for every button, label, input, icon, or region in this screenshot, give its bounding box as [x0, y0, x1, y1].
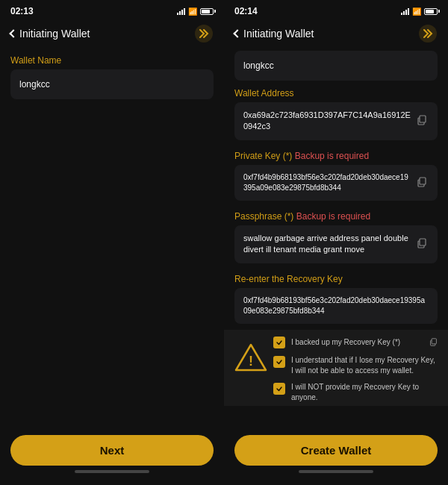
- status-time-1: 02:13: [10, 6, 34, 16]
- private-key-backup-note: Backup is required: [295, 151, 369, 161]
- wallet-name-label: Wallet Name: [10, 55, 214, 66]
- checkbox-item-1: I backed up my Recovery Key (*): [273, 336, 438, 349]
- private-key-value: 0xf7fd4b9b68193bf56e3c202fad20deb30daece…: [243, 172, 412, 193]
- back-button-1[interactable]: Initiating Wallet: [10, 28, 90, 40]
- nav-title-2: Initiating Wallet: [243, 28, 314, 40]
- checkbox-1[interactable]: [273, 337, 285, 348]
- passphrase-label: Passphrase (*) Backup is required: [234, 211, 438, 222]
- nav-bar-2: Initiating Wallet: [224, 19, 448, 48]
- checkbox-3-text: I will NOT provide my Recovery Key to an…: [291, 382, 438, 403]
- passphrase-box: swallow garbage arrive address panel dou…: [234, 225, 438, 263]
- recovery-key-value: 0xf7fd4b9b68193bf56e3c202fad20deb30daece…: [243, 295, 429, 316]
- create-wallet-button[interactable]: Create Wallet: [234, 435, 438, 466]
- wallet-name-value: longkcc: [19, 78, 205, 91]
- content-1: Wallet Name longkcc: [0, 48, 224, 428]
- checkbox-3[interactable]: [273, 383, 285, 395]
- passphrase-backup-note: Backup is required: [296, 211, 370, 222]
- svg-rect-7: [420, 239, 426, 245]
- checkbox-1-copy-icon[interactable]: [429, 336, 438, 349]
- status-bar-2: 02:14 📶: [224, 0, 448, 19]
- battery-icon-2: [424, 8, 438, 15]
- status-time-2: 02:14: [234, 6, 258, 16]
- warning-section: ! I backed up my Recovery Key (*): [224, 330, 448, 406]
- status-icons-1: 📶: [177, 7, 214, 16]
- wallet-address-label: Wallet Address: [234, 88, 438, 98]
- svg-rect-5: [420, 178, 426, 184]
- wallet-address-box: 0xa69a2c723fa6931D397AF7C14A9a16912E0942…: [234, 102, 438, 140]
- checkboxes-container: I backed up my Recovery Key (*): [273, 336, 438, 403]
- back-button-2[interactable]: Initiating Wallet: [234, 28, 314, 40]
- checkbox-2-text: I understand that if I lose my Recovery …: [291, 355, 438, 376]
- wifi-icon-2: 📶: [412, 7, 421, 16]
- wallet-address-value: 0xa69a2c723fa6931D397AF7C14A9a16912E0942…: [243, 110, 412, 133]
- bottom-bar-2: Create Wallet: [224, 428, 448, 485]
- passphrase-label-text: Passphrase (*): [234, 211, 296, 222]
- nav-title-1: Initiating Wallet: [19, 28, 90, 40]
- recovery-key-label: Re-enter the Recovery Key: [234, 274, 438, 284]
- checkbox-1-text: I backed up my Recovery Key (*): [291, 337, 426, 348]
- wallet-name-box: longkcc: [10, 69, 214, 99]
- checkbox-item-2: I understand that if I lose my Recovery …: [273, 355, 438, 376]
- next-button[interactable]: Next: [10, 435, 214, 466]
- signal-icon-2: [401, 7, 409, 15]
- wifi-icon-1: 📶: [188, 7, 197, 16]
- back-arrow-icon-1: [9, 29, 17, 37]
- screen-2: 02:14 📶 Initiating Wallet: [224, 0, 448, 485]
- private-key-copy-icon[interactable]: [417, 177, 429, 189]
- private-key-box: 0xf7fd4b9b68193bf56e3c202fad20deb30daece…: [234, 165, 438, 201]
- signal-icon-1: [177, 7, 185, 15]
- passphrase-value: swallow garbage arrive address panel dou…: [243, 233, 412, 256]
- svg-rect-3: [420, 116, 426, 122]
- wallet-address-copy-icon[interactable]: [417, 115, 429, 127]
- warning-checkboxes-row: ! I backed up my Recovery Key (*): [224, 336, 448, 403]
- checkbox-2[interactable]: [273, 356, 285, 368]
- bottom-bar-1: Next: [0, 428, 224, 485]
- home-indicator-2: [299, 470, 373, 473]
- recovery-key-box: 0xf7fd4b9b68193bf56e3c202fad20deb30daece…: [234, 288, 438, 324]
- private-key-label: Private Key (*) Backup is required: [234, 151, 438, 161]
- warning-triangle-container: !: [234, 336, 273, 379]
- checkbox-1-content: I backed up my Recovery Key (*): [291, 336, 438, 349]
- kcc-logo-1: [194, 24, 214, 43]
- warning-triangle-icon: !: [234, 343, 267, 372]
- status-bar-1: 02:13 📶: [0, 0, 224, 19]
- battery-icon-1: [200, 8, 214, 15]
- nav-bar-1: Initiating Wallet: [0, 19, 224, 48]
- svg-rect-11: [432, 338, 436, 343]
- screen-1: 02:13 📶 Initiating Wallet Wallet: [0, 0, 224, 485]
- checkbox-item-3: I will NOT provide my Recovery Key to an…: [273, 382, 438, 403]
- back-arrow-icon-2: [233, 29, 241, 37]
- wallet-name-display: longkcc: [243, 60, 429, 72]
- wallet-name-display-box: longkcc: [234, 51, 438, 81]
- passphrase-copy-icon[interactable]: [417, 238, 429, 250]
- kcc-logo-2: [418, 24, 438, 43]
- private-key-label-text: Private Key (*): [234, 151, 295, 161]
- home-indicator-1: [75, 470, 149, 473]
- status-icons-2: 📶: [401, 7, 438, 16]
- svg-text:!: !: [249, 354, 253, 369]
- scrollable-content-2: longkcc Wallet Address 0xa69a2c723fa6931…: [224, 48, 448, 428]
